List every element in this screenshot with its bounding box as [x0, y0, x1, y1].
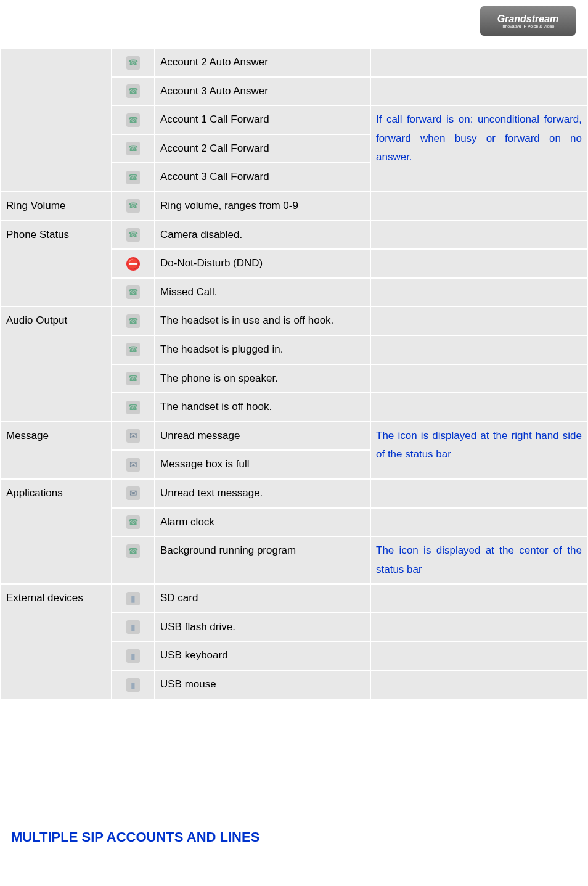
icon-cell [112, 134, 155, 163]
note-cell [370, 77, 587, 106]
note-cell [370, 221, 587, 250]
usb-keyboard-icon [126, 649, 140, 663]
camera-disabled-icon [126, 228, 140, 242]
ring-volume-icon [126, 199, 140, 213]
description-cell: Message box is full [155, 450, 370, 479]
phone-2-auto-answer-icon [126, 56, 140, 70]
section-heading: MULTIPLE SIP ACCOUNTS AND LINES [11, 829, 588, 845]
phone-3-call-forward-icon [126, 171, 140, 184]
table-row: Account 2 Auto Answer [1, 48, 587, 77]
icon-cell [112, 479, 155, 508]
icon-cell [112, 364, 155, 393]
table-row: External devicesSD card [1, 584, 587, 613]
missed-call-icon [126, 285, 140, 299]
table-row: ApplicationsUnread text message. [1, 479, 587, 508]
description-cell: Ring volume, ranges from 0-9 [155, 192, 370, 221]
description-cell: The headset is plugged in. [155, 335, 370, 364]
speaker-icon [126, 372, 140, 385]
icon-cell [112, 508, 155, 537]
description-cell: The headset is in use and is off hook. [155, 306, 370, 335]
category-cell [1, 48, 112, 192]
icon-cell [112, 105, 155, 134]
note-cell: The icon is displayed at the center of t… [370, 536, 587, 584]
note-cell [370, 670, 587, 699]
sd-card-icon [126, 592, 140, 605]
icon-cell [112, 306, 155, 335]
description-cell: Missed Call. [155, 278, 370, 307]
table-row: MessageUnread messageThe icon is display… [1, 422, 587, 451]
phone-1-call-forward-icon [126, 113, 140, 127]
note-cell [370, 278, 587, 307]
description-cell: The phone is on speaker. [155, 364, 370, 393]
note-cell [370, 306, 587, 335]
description-cell: Account 1 Call Forward [155, 105, 370, 134]
description-cell: Do-Not-Disturb (DND) [155, 249, 370, 278]
icon-cell [112, 192, 155, 221]
headset-plugged-icon [126, 343, 140, 356]
icon-cell [112, 393, 155, 422]
category-cell: Audio Output [1, 306, 112, 421]
description-cell: Camera disabled. [155, 221, 370, 250]
category-cell: Phone Status [1, 221, 112, 307]
icon-cell [112, 613, 155, 642]
background-app-icon [126, 544, 140, 558]
category-cell: External devices [1, 584, 112, 699]
note-cell [370, 641, 587, 670]
icon-cell [112, 450, 155, 479]
headset-offhook-icon [126, 314, 140, 328]
description-cell: SD card [155, 584, 370, 613]
logo-text: Grandstream [497, 14, 559, 24]
note-cell [370, 584, 587, 613]
icon-cell [112, 641, 155, 670]
usb-mouse-icon [126, 678, 140, 692]
description-cell: Unread message [155, 422, 370, 451]
note-cell [370, 48, 587, 77]
handset-offhook-icon [126, 401, 140, 414]
note-cell [370, 508, 587, 537]
unread-message-icon [126, 429, 140, 443]
icon-cell [112, 536, 155, 584]
note-cell [370, 335, 587, 364]
icon-cell [112, 163, 155, 192]
table-row: Audio OutputThe headset is in use and is… [1, 306, 587, 335]
note-cell [370, 192, 587, 221]
category-cell: Applications [1, 479, 112, 584]
icon-cell [112, 221, 155, 250]
brand-logo: Grandstream Innovative IP Voice & Video [480, 6, 576, 36]
usb-drive-icon [126, 620, 140, 634]
icon-cell [112, 670, 155, 699]
icon-cell [112, 584, 155, 613]
phone-2-call-forward-icon [126, 142, 140, 155]
description-cell: Account 3 Call Forward [155, 163, 370, 192]
table-row: Phone StatusCamera disabled. [1, 221, 587, 250]
unread-text-icon [126, 486, 140, 500]
description-cell: USB mouse [155, 670, 370, 699]
icon-cell [112, 422, 155, 451]
dnd-icon [126, 257, 140, 271]
phone-3-auto-answer-icon [126, 84, 140, 98]
alarm-clock-icon [126, 515, 140, 529]
note-cell: The icon is displayed at the right hand … [370, 422, 587, 479]
description-cell: USB keyboard [155, 641, 370, 670]
category-cell: Message [1, 422, 112, 479]
description-cell: Account 2 Call Forward [155, 134, 370, 163]
icon-cell [112, 48, 155, 77]
note-cell [370, 479, 587, 508]
note-cell: If call forward is on: unconditional for… [370, 105, 587, 192]
category-cell: Ring Volume [1, 192, 112, 221]
description-cell: The handset is off hook. [155, 393, 370, 422]
description-cell: Account 2 Auto Answer [155, 48, 370, 77]
description-cell: USB flash drive. [155, 613, 370, 642]
icon-cell [112, 249, 155, 278]
logo-tagline: Innovative IP Voice & Video [502, 24, 555, 28]
description-cell: Background running program [155, 536, 370, 584]
table-row: Ring VolumeRing volume, ranges from 0-9 [1, 192, 587, 221]
icon-cell [112, 77, 155, 106]
note-cell [370, 613, 587, 642]
message-full-icon [126, 458, 140, 472]
icon-cell [112, 335, 155, 364]
description-cell: Unread text message. [155, 479, 370, 508]
icon-cell [112, 278, 155, 307]
note-cell [370, 249, 587, 278]
note-cell [370, 364, 587, 393]
